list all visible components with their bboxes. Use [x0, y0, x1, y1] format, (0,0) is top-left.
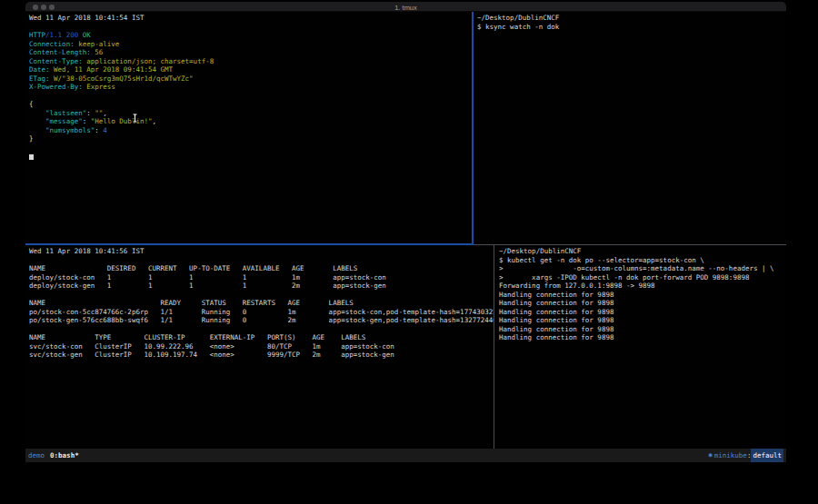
- terminal-line: deploy/stock-gen 1 1 1 1 2m app=stock-ge…: [29, 282, 494, 291]
- tmux-session: Wed 11 Apr 2018 10:41:54 IST HTTP/1.1 20…: [25, 12, 786, 449]
- http-version-code: /1.1 200: [45, 31, 83, 39]
- pane-port-forward[interactable]: ~/Desktop/DublinCNCF $ kubectl get -n do…: [497, 245, 786, 449]
- pane-divider-vertical-bottom[interactable]: [494, 245, 494, 449]
- terminal-line: {: [29, 100, 472, 109]
- terminal-line: Content-Length: 56: [29, 48, 472, 57]
- working-directory: ~/Desktop/DublinCNCF: [477, 14, 786, 23]
- terminal-line: "numsymbols": 4: [29, 126, 472, 135]
- pane-ksync[interactable]: ~/Desktop/DublinCNCF $ ksync watch -n do…: [475, 12, 786, 243]
- status-right: ◉ minikube : default: [709, 449, 783, 462]
- terminal-cursor: [29, 154, 34, 160]
- terminal-line: $ kubectl get -n dok po --selector=app=s…: [499, 256, 786, 265]
- timestamp: Wed 11 Apr 2018 10:41:54 IST: [29, 14, 472, 23]
- k8s-table: NAME DESIRED CURRENT UP-TO-DATE AVAILABL…: [29, 264, 494, 291]
- window-titlebar[interactable]: 1. tmux: [25, 2, 786, 12]
- k8s-table: NAME READY STATUS RESTARTS AGE LABELSpo/…: [29, 299, 494, 325]
- terminal-line: svc/stock-gen ClusterIP 10.109.197.74 <n…: [29, 351, 494, 360]
- terminal-line: Handling connection for 9898: [499, 333, 786, 342]
- kubectl-resources: NAME DESIRED CURRENT UP-TO-DATE AVAILABL…: [29, 264, 494, 360]
- terminal-line: > xargs -IPOD kubectl -n dok port-forwar…: [499, 273, 786, 282]
- terminal-line: "message": "Hello Dublin!",: [29, 117, 472, 126]
- terminal-line: Handling connection for 9898: [499, 316, 786, 325]
- timestamp: Wed 11 Apr 2018 10:41:56 IST: [29, 247, 494, 256]
- terminal-line: Content-Type: application/json; charset=…: [29, 57, 472, 66]
- window-title: 1. tmux: [25, 4, 786, 12]
- cursor-line: [29, 152, 472, 161]
- pane-kubectl-get[interactable]: Wed 11 Apr 2018 10:41:56 IST NAME DESIRE…: [25, 245, 494, 449]
- pane-divider-vertical-top[interactable]: [472, 12, 474, 245]
- kube-namespace: default: [751, 449, 783, 462]
- http-status-text: OK: [83, 31, 91, 39]
- terminal-line: }: [29, 134, 472, 143]
- terminal-line: ETag: W/"38-05coCsrg3mQ75sHr1d/qcWTwYZc": [29, 74, 472, 84]
- working-directory: ~/Desktop/DublinCNCF: [499, 247, 786, 256]
- terminal-line: Handling connection for 9898: [499, 291, 786, 300]
- kubernetes-context-icon: ◉: [709, 449, 713, 462]
- terminal-line: deploy/stock-con 1 1 1 1 1m app=stock-co…: [29, 273, 494, 282]
- window-tab-bash[interactable]: 0:bash*: [50, 449, 79, 462]
- terminal-line: "lastseen": "",: [29, 109, 472, 118]
- ksync-command: $ ksync watch -n dok: [477, 23, 786, 32]
- terminal-line: NAME DESIRED CURRENT UP-TO-DATE AVAILABL…: [29, 264, 494, 273]
- http-headers: Connection: keep-aliveContent-Length: 56…: [29, 40, 472, 92]
- pane-http-response[interactable]: Wed 11 Apr 2018 10:41:54 IST HTTP/1.1 20…: [25, 12, 472, 243]
- terminal-line: > -o=custom-columns=:metadata.name --no-…: [499, 264, 786, 273]
- http-status-line: HTTP/1.1 200 OK: [29, 31, 472, 40]
- terminal-line: Handling connection for 9898: [499, 299, 786, 308]
- kube-context: minikube: [714, 449, 747, 462]
- terminal-line: NAME READY STATUS RESTARTS AGE LABELS: [29, 299, 494, 308]
- terminal-line: Forwarding from 127.0.0.1:9898 -> 9898: [499, 282, 786, 291]
- terminal-line: Connection: keep-alive: [29, 40, 472, 49]
- terminal-line: X-Powered-By: Express: [29, 83, 472, 92]
- terminal-line: po/stock-gen-576cc688bb-swqf6 1/1 Runnin…: [29, 316, 494, 325]
- terminal-line: po/stock-con-5cc874766c-2p6rp 1/1 Runnin…: [29, 308, 494, 317]
- terminal-line: NAME TYPE CLUSTER-IP EXTERNAL-IP PORT(S)…: [29, 333, 494, 342]
- k8s-table: NAME TYPE CLUSTER-IP EXTERNAL-IP PORT(S)…: [29, 333, 494, 360]
- terminal-window: 1. tmux Wed 11 Apr 2018 10:41:54 IST HTT…: [25, 2, 786, 462]
- tmux-status-bar: demo 0:bash* ◉ minikube : default: [25, 449, 786, 462]
- http-protocol: HTTP: [29, 31, 45, 39]
- terminal-line: Handling connection for 9898: [499, 325, 786, 334]
- terminal-line: svc/stock-con ClusterIP 10.99.222.96 <no…: [29, 342, 494, 351]
- port-forward-output: Forwarding from 127.0.0.1:9898 -> 9898Ha…: [499, 282, 786, 342]
- mouse-cursor-icon: [132, 114, 138, 125]
- terminal-line: Handling connection for 9898: [499, 308, 786, 317]
- session-name: demo: [28, 449, 45, 462]
- response-json-body: { "lastseen": "", "message": "Hello Dubl…: [29, 100, 472, 143]
- port-forward-command: $ kubectl get -n dok po --selector=app=s…: [499, 256, 786, 282]
- terminal-line: Date: Wed, 11 Apr 2018 09:41:54 GMT: [29, 65, 472, 74]
